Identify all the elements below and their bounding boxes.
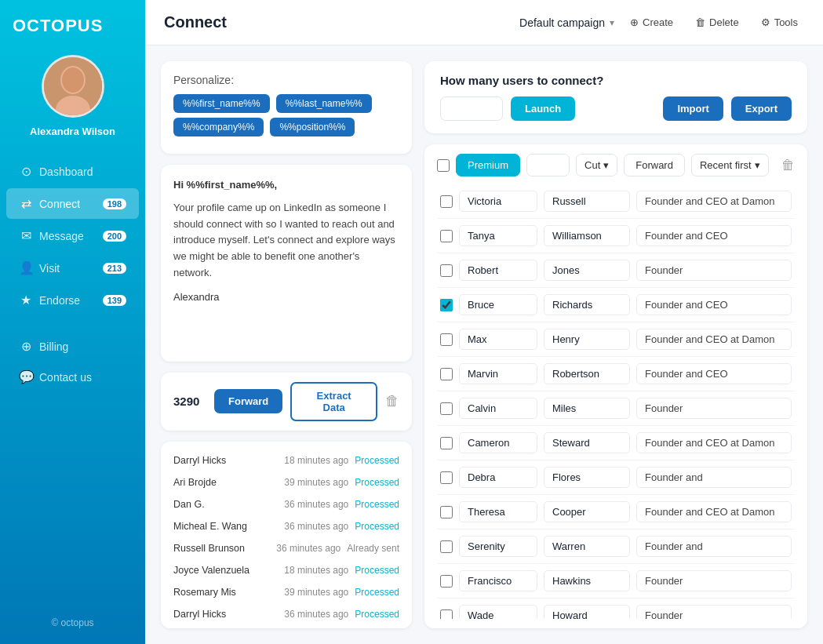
table-row: Victoria Russell Founder and CEO at Damo… — [437, 184, 795, 219]
user-last-name: Howard — [544, 605, 630, 619]
table-row: Debra Flores Founder and — [437, 460, 795, 495]
tag-company[interactable]: %%company%% — [173, 118, 264, 136]
sidebar-item-connect[interactable]: ⇄ Connect 198 — [6, 188, 139, 219]
avatar-image — [42, 55, 104, 118]
visit-badge: 213 — [103, 263, 126, 274]
filter-text-input[interactable] — [526, 154, 570, 176]
user-first-name: Debra — [459, 467, 537, 488]
sidebar-item-billing[interactable]: ⊕ Billing — [6, 331, 139, 362]
user-checkbox[interactable] — [440, 575, 453, 588]
message-box[interactable]: Hi %%first_name%%, Your profile came up … — [161, 165, 412, 362]
select-all-checkbox[interactable] — [437, 159, 450, 172]
tag-last-name[interactable]: %%last_name%% — [276, 94, 372, 113]
user-title: Founder and CEO at Damon — [636, 329, 792, 350]
contact-icon: 💬 — [19, 369, 33, 384]
activity-status: Already sent — [347, 543, 399, 554]
user-last-name: Williamson — [544, 225, 630, 246]
user-checkbox[interactable] — [440, 506, 453, 518]
user-checkbox[interactable] — [440, 402, 453, 415]
user-title: Founder and CEO at Damon — [636, 501, 792, 522]
sidebar-item-visit[interactable]: 👤 Visit 213 — [6, 253, 139, 283]
user-checkbox[interactable] — [440, 609, 453, 620]
content-area: Personalize: %%first_name%% %%last_name%… — [145, 45, 823, 644]
user-checkbox[interactable] — [440, 437, 453, 449]
users-table: Victoria Russell Founder and CEO at Damo… — [437, 184, 795, 619]
tools-button[interactable]: ⚙ Tools — [755, 13, 804, 32]
user-checkbox[interactable] — [440, 471, 453, 484]
delete-button[interactable]: 🗑 Delete — [689, 13, 745, 32]
user-checkbox[interactable] — [440, 333, 453, 346]
user-title: Founder and CEO at Damon — [636, 191, 792, 212]
sidebar-item-dashboard[interactable]: ⊙ Dashboard — [6, 156, 139, 187]
table-row: Cameron Steward Founder and CEO at Damon — [437, 426, 795, 460]
user-checkbox[interactable] — [440, 368, 453, 380]
campaign-selector[interactable]: Default campaign ▾ — [519, 16, 614, 29]
table-row: Marvin Robertson Founder and CEO — [437, 357, 795, 391]
user-last-name: Miles — [544, 398, 630, 419]
sidebar-item-message[interactable]: ✉ Message 200 — [6, 220, 139, 251]
tags-row: %%first_name%% %%last_name%% — [173, 94, 399, 113]
user-last-name: Jones — [544, 260, 630, 281]
topbar-right: Default campaign ▾ ⊕ Create 🗑 Delete ⚙ T… — [519, 13, 804, 32]
sidebar-item-contact[interactable]: 💬 Contact us — [6, 362, 139, 392]
table-row: Serenity Warren Founder and — [437, 529, 795, 564]
cut-filter-button[interactable]: Cut ▾ — [576, 154, 617, 176]
connect-section-title: How many users to connect? — [440, 74, 792, 87]
activity-item: Ari Brojde 36 minutes ago Processed — [161, 625, 412, 629]
user-first-name: Victoria — [459, 191, 537, 212]
recent-sort-button[interactable]: Recent first ▾ — [691, 154, 769, 176]
message-body: Your profile came up on LinkedIn as some… — [173, 200, 399, 282]
export-button[interactable]: Export — [731, 96, 792, 121]
activity-name: Darryl Hicks — [173, 609, 278, 620]
user-last-name: Russell — [544, 191, 630, 212]
user-checkbox[interactable] — [440, 230, 453, 242]
table-row: Robert Jones Founder — [437, 253, 795, 288]
create-icon: ⊕ — [630, 16, 639, 28]
user-title: Founder — [636, 605, 792, 619]
activity-status: Processed — [355, 587, 399, 598]
extract-data-button[interactable]: Extract Data — [290, 382, 377, 421]
trash-icon: 🗑 — [781, 158, 795, 173]
sidebar-item-endorse[interactable]: ★ Endorse 139 — [6, 285, 139, 315]
users-count-input[interactable] — [440, 96, 503, 121]
visit-icon: 👤 — [19, 260, 33, 275]
user-last-name: Richards — [544, 294, 630, 315]
activity-status: Processed — [355, 609, 399, 620]
user-last-name: Flores — [544, 467, 630, 488]
user-first-name: Robert — [459, 260, 537, 281]
table-row: Theresa Cooper Founder and CEO at Damon — [437, 495, 795, 529]
user-first-name: Bruce — [459, 294, 537, 315]
delete-action-button[interactable]: 🗑 — [385, 393, 399, 409]
left-panel: Personalize: %%first_name%% %%last_name%… — [161, 61, 412, 628]
tag-first-name[interactable]: %%first_name%% — [173, 94, 270, 113]
table-delete-button[interactable]: 🗑 — [781, 158, 795, 173]
nav-group-secondary: ⊕ Billing 💬 Contact us — [0, 331, 145, 392]
user-checkbox[interactable] — [440, 195, 453, 208]
create-button[interactable]: ⊕ Create — [624, 13, 679, 32]
activity-name: Micheal E. Wang — [173, 521, 278, 532]
user-title: Founder — [636, 260, 792, 281]
launch-button[interactable]: Launch — [511, 96, 575, 121]
sidebar-item-label: Connect — [39, 198, 80, 210]
user-last-name: Hawkins — [544, 570, 630, 591]
activity-name: Joyce Valenzuela — [173, 565, 278, 576]
avatar — [42, 55, 104, 118]
activity-status: Processed — [355, 455, 399, 466]
activity-time: 36 minutes ago — [284, 499, 348, 510]
user-title: Founder and CEO — [636, 363, 792, 384]
action-row: 3290 Forward Extract Data 🗑 — [161, 373, 412, 431]
user-checkbox[interactable] — [440, 264, 453, 277]
premium-filter-button[interactable]: Premium — [456, 154, 520, 176]
message-badge: 200 — [103, 231, 126, 242]
forward-button[interactable]: Forward — [214, 389, 282, 413]
user-first-name: Calvin — [459, 398, 537, 419]
activity-time: 39 minutes ago — [284, 477, 348, 488]
forward-filter-button[interactable]: Forward — [624, 154, 685, 176]
activity-name: Ari Brojde — [173, 477, 278, 488]
user-checkbox[interactable] — [440, 299, 453, 311]
user-checkbox[interactable] — [440, 540, 453, 553]
import-button[interactable]: Import — [663, 96, 723, 121]
personalize-label: Personalize: — [173, 74, 399, 86]
user-title: Founder and — [636, 536, 792, 557]
tag-position[interactable]: %%position%% — [270, 118, 355, 136]
